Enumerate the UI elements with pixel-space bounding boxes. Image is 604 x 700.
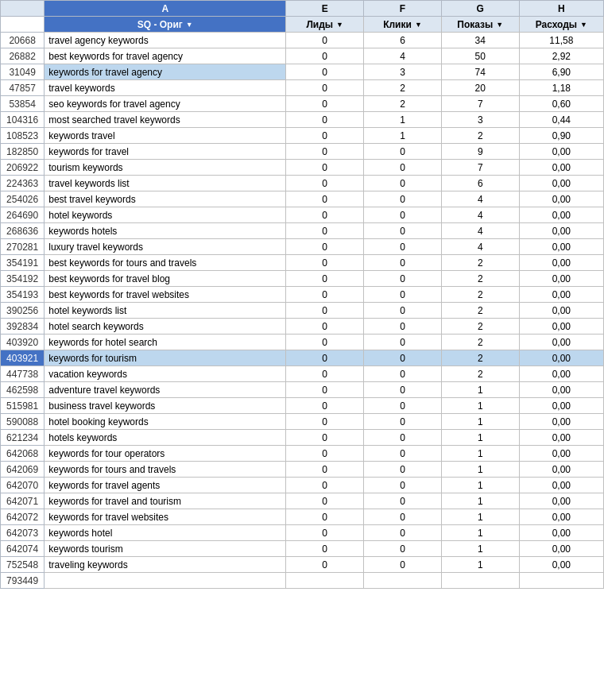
cell-sq-orig[interactable]: hotel keywords list — [45, 303, 286, 319]
cell-e[interactable]: 0 — [286, 207, 364, 223]
cell-sq-orig[interactable]: keywords for travel and tourism — [45, 493, 286, 509]
cell-h[interactable]: 0,90 — [519, 128, 603, 144]
cell-h[interactable]: 0,00 — [519, 398, 603, 414]
cell-sq-orig[interactable]: hotel search keywords — [45, 319, 286, 335]
cell-e[interactable]: 0 — [286, 414, 364, 430]
cell-h[interactable]: 0,00 — [519, 335, 603, 350]
cell-e[interactable]: 0 — [286, 382, 364, 398]
cell-e[interactable]: 0 — [286, 446, 364, 462]
column-g-header[interactable]: G — [441, 1, 519, 17]
cell-g[interactable] — [441, 573, 519, 589]
cell-g[interactable]: 1 — [441, 398, 519, 414]
cell-h[interactable]: 0,00 — [519, 303, 603, 319]
cell-h[interactable]: 11,58 — [519, 33, 603, 48]
cell-f[interactable]: 0 — [364, 255, 442, 271]
cell-f[interactable]: 0 — [364, 525, 442, 541]
cell-g[interactable]: 1 — [441, 509, 519, 525]
cell-g[interactable]: 1 — [441, 414, 519, 430]
cell-f[interactable]: 0 — [364, 478, 442, 493]
cell-sq-orig[interactable]: keywords for tourism — [45, 350, 286, 366]
cell-e[interactable]: 0 — [286, 335, 364, 350]
cell-sq-orig[interactable]: best keywords for travel websites — [45, 287, 286, 303]
cell-sq-orig[interactable]: keywords for travel agency — [45, 64, 286, 80]
cell-sq-orig[interactable]: best keywords for travel blog — [45, 271, 286, 287]
cell-h[interactable]: 0,00 — [519, 493, 603, 509]
cell-f[interactable]: 2 — [364, 96, 442, 112]
cell-f[interactable]: 3 — [364, 64, 442, 80]
cell-g[interactable]: 20 — [441, 80, 519, 96]
cell-h[interactable]: 0,00 — [519, 382, 603, 398]
cell-h[interactable]: 0,00 — [519, 160, 603, 176]
cell-g[interactable]: 6 — [441, 176, 519, 191]
cell-f[interactable]: 0 — [364, 335, 442, 350]
cell-h[interactable]: 0,00 — [519, 207, 603, 223]
cell-f[interactable]: 0 — [364, 430, 442, 446]
kliki-header[interactable]: Клики▼ — [364, 17, 442, 33]
cell-e[interactable]: 0 — [286, 525, 364, 541]
cell-e[interactable]: 0 — [286, 33, 364, 48]
cell-g[interactable]: 9 — [441, 144, 519, 160]
cell-f[interactable]: 0 — [364, 414, 442, 430]
cell-h[interactable]: 0,00 — [519, 255, 603, 271]
column-f-header[interactable]: F — [364, 1, 442, 17]
cell-e[interactable]: 0 — [286, 366, 364, 382]
cell-e[interactable]: 0 — [286, 48, 364, 64]
cell-sq-orig[interactable]: luxury travel keywords — [45, 239, 286, 255]
cell-f[interactable]: 0 — [364, 223, 442, 239]
cell-sq-orig[interactable] — [45, 573, 286, 589]
column-h-header[interactable]: H — [519, 1, 603, 17]
cell-sq-orig[interactable]: travel keywords — [45, 80, 286, 96]
cell-f[interactable]: 0 — [364, 509, 442, 525]
cell-f[interactable]: 0 — [364, 319, 442, 335]
cell-sq-orig[interactable]: keywords for travel — [45, 144, 286, 160]
cell-f[interactable]: 1 — [364, 112, 442, 128]
cell-e[interactable]: 0 — [286, 223, 364, 239]
cell-e[interactable]: 0 — [286, 176, 364, 191]
column-a-header[interactable]: A — [45, 1, 286, 17]
cell-f[interactable]: 0 — [364, 287, 442, 303]
cell-h[interactable]: 1,18 — [519, 80, 603, 96]
cell-h[interactable]: 0,00 — [519, 319, 603, 335]
filter-icon[interactable]: ▼ — [336, 21, 343, 29]
cell-f[interactable]: 4 — [364, 48, 442, 64]
cell-f[interactable] — [364, 573, 442, 589]
cell-h[interactable]: 0,00 — [519, 223, 603, 239]
cell-e[interactable]: 0 — [286, 493, 364, 509]
cell-e[interactable]: 0 — [286, 64, 364, 80]
cell-g[interactable]: 1 — [441, 557, 519, 573]
cell-h[interactable]: 0,60 — [519, 96, 603, 112]
cell-e[interactable]: 0 — [286, 287, 364, 303]
filter-icon[interactable]: ▼ — [415, 21, 422, 29]
cell-g[interactable]: 2 — [441, 335, 519, 350]
cell-sq-orig[interactable]: hotel booking keywords — [45, 414, 286, 430]
cell-sq-orig[interactable]: hotels keywords — [45, 430, 286, 446]
cell-f[interactable]: 0 — [364, 382, 442, 398]
cell-sq-orig[interactable]: seo keywords for travel agency — [45, 96, 286, 112]
cell-sq-orig[interactable]: travel keywords list — [45, 176, 286, 191]
cell-h[interactable] — [519, 573, 603, 589]
cell-sq-orig[interactable]: most searched travel keywords — [45, 112, 286, 128]
cell-g[interactable]: 2 — [441, 128, 519, 144]
cell-g[interactable]: 1 — [441, 493, 519, 509]
cell-e[interactable]: 0 — [286, 350, 364, 366]
pokazy-header[interactable]: Показы▼ — [441, 17, 519, 33]
cell-h[interactable]: 0,00 — [519, 287, 603, 303]
cell-e[interactable]: 0 — [286, 557, 364, 573]
cell-f[interactable]: 0 — [364, 493, 442, 509]
cell-g[interactable]: 2 — [441, 271, 519, 287]
cell-f[interactable]: 0 — [364, 176, 442, 191]
cell-h[interactable]: 0,00 — [519, 144, 603, 160]
cell-sq-orig[interactable]: keywords for hotel search — [45, 335, 286, 350]
cell-g[interactable]: 1 — [441, 430, 519, 446]
cell-g[interactable]: 74 — [441, 64, 519, 80]
column-e-header[interactable]: E — [286, 1, 364, 17]
cell-e[interactable]: 0 — [286, 319, 364, 335]
cell-g[interactable]: 2 — [441, 350, 519, 366]
cell-h[interactable]: 0,00 — [519, 478, 603, 493]
cell-sq-orig[interactable]: keywords for tours and travels — [45, 462, 286, 478]
cell-sq-orig[interactable]: business travel keywords — [45, 398, 286, 414]
cell-f[interactable]: 0 — [364, 557, 442, 573]
cell-sq-orig[interactable]: travel agency keywords — [45, 33, 286, 48]
filter-icon[interactable]: ▼ — [186, 21, 193, 29]
cell-sq-orig[interactable]: keywords tourism — [45, 541, 286, 557]
